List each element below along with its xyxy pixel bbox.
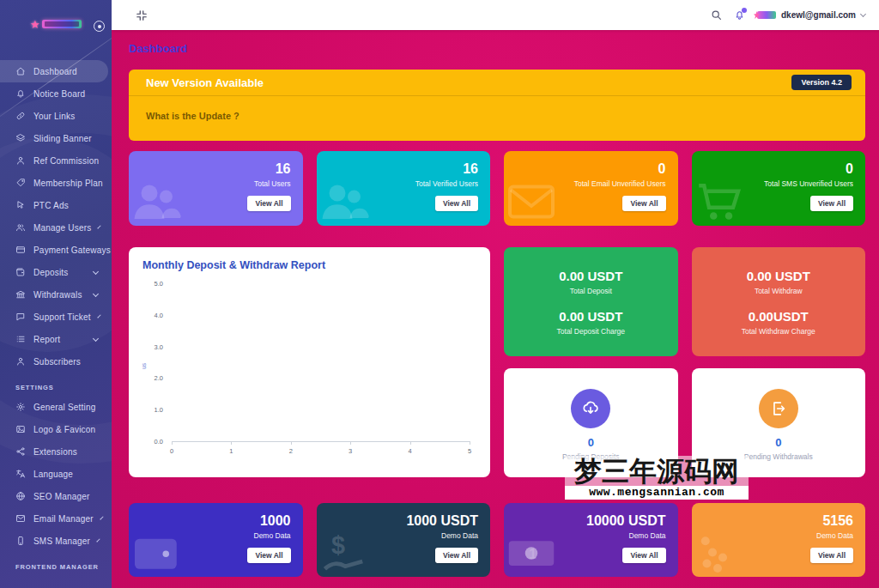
summary-label: Total Deposit Charge <box>557 327 625 336</box>
sidebar-item-logo-favicon[interactable]: Logo & Favicon <box>0 418 108 440</box>
card-value: 1000 <box>141 513 291 529</box>
x-axis-tick: 5 <box>461 447 478 455</box>
card-value: 0 <box>704 161 854 177</box>
card-label: Total Verified Users <box>329 179 479 188</box>
phone-icon <box>15 536 26 546</box>
globe-icon <box>15 491 26 501</box>
chevron-down-icon <box>97 314 100 318</box>
sidebar-item-deposits[interactable]: Deposits <box>0 261 108 283</box>
card-label: Total Users <box>141 179 291 188</box>
sidebar-item-report[interactable]: Report <box>0 328 108 350</box>
sidebar-item-ptc-ads[interactable]: PTC Ads <box>0 194 108 216</box>
wallet-icon <box>15 267 26 277</box>
demo-cards-row: 1000 Demo Data View All$ 1000 USDT Demo … <box>129 503 865 577</box>
mail-icon <box>15 513 26 524</box>
sidebar-header: ★ <box>0 0 112 48</box>
view-all-button[interactable]: View All <box>435 196 478 211</box>
card-label: Total SMS Unverified Users <box>704 179 854 188</box>
app-logo[interactable]: ★ <box>30 19 82 30</box>
x-axis-tickmark <box>470 441 470 445</box>
ads-icon <box>15 200 26 210</box>
sidebar-item-membership-plan[interactable]: Membership Plan <box>0 172 108 194</box>
new-version-alert: New Version Available Version 4.2 What i… <box>129 70 865 141</box>
card-value: 5156 <box>704 513 854 529</box>
x-axis-tickmark <box>172 441 173 445</box>
user-menu[interactable]: dkewl@gmail.com <box>757 10 865 20</box>
withdraw-summary-card: 0.00 USDT Total Withdraw 0.00USDT Total … <box>692 247 866 356</box>
y-axis-tick: 5.0 <box>142 280 163 288</box>
version-badge: Version 4.2 <box>791 75 852 90</box>
sidebar-item-label: Dashboard <box>33 67 77 76</box>
demo-1000-card: 1000 Demo Data View All <box>129 503 303 577</box>
sidebar-item-label: Manage Users <box>33 223 91 233</box>
sidebar-section-settings: SETTINGS <box>0 373 112 396</box>
chart-card: Monthly Deposit & Withdraw Report 0.01.0… <box>129 247 490 477</box>
card-value: 16 <box>329 161 479 177</box>
sidebar-section-frontend-manager: FRONTEND MANAGER <box>0 552 112 575</box>
sidebar-item-dashboard[interactable]: Dashboard <box>0 60 108 82</box>
view-all-button[interactable]: View All <box>247 196 290 211</box>
view-all-button[interactable]: View All <box>810 548 853 563</box>
demo-1000-usdt-card: $ 1000 USDT Demo Data View All <box>317 503 491 577</box>
alert-header: New Version Available Version 4.2 <box>129 70 865 96</box>
sidebar-item-label: Sliding Banner <box>33 134 92 143</box>
sidebar-item-label: Deposits <box>33 268 69 277</box>
x-axis-tick: 2 <box>282 447 300 455</box>
sidebar-item-ref-commission[interactable]: Ref Commission <box>0 149 108 172</box>
total-email-unverified-users-card: 0 Total Email Unverified Users View All <box>504 151 678 226</box>
sidebar-collapse-toggle[interactable] <box>94 21 105 32</box>
sidebar-item-extensions[interactable]: Extensions <box>0 440 108 463</box>
sidebar-item-label: Withdrawals <box>33 290 82 300</box>
chevron-down-icon <box>860 11 866 17</box>
image-icon <box>15 424 26 434</box>
x-axis-tick: 3 <box>342 447 359 455</box>
page-title: Dashboard <box>129 42 865 55</box>
sidebar-item-label: Language <box>33 470 73 479</box>
sidebar-menu: Dashboard Notice Board Your Links Slidin… <box>0 48 112 575</box>
sidebar-item-payment-gateways[interactable]: Payment Gateways <box>0 239 108 261</box>
x-axis-tickmark <box>350 441 351 445</box>
x-axis-tick: 1 <box>222 447 239 455</box>
gear-icon <box>15 402 26 412</box>
sidebar-item-your-links[interactable]: Your Links <box>0 105 108 127</box>
sidebar-item-support-ticket[interactable]: Support Ticket <box>0 306 108 328</box>
sidebar: ★ Dashboard Notice Board Your Links Slid… <box>0 0 112 588</box>
sidebar-item-label: Payment Gateways <box>33 246 111 255</box>
summary-label: Total Withdraw <box>755 287 803 295</box>
sidebar-item-manage-users[interactable]: Manage Users <box>0 216 108 239</box>
sidebar-item-withdrawals[interactable]: Withdrawals <box>0 283 108 306</box>
bell-icon <box>15 88 26 99</box>
sidebar-item-notice-board[interactable]: Notice Board <box>0 82 108 105</box>
y-axis-tick: 2.0 <box>142 374 163 382</box>
sidebar-item-general-setting[interactable]: General Setting <box>0 396 108 418</box>
watermark-text: 梦三年源码网 <box>565 456 749 486</box>
sidebar-item-language[interactable]: Language <box>0 463 108 485</box>
total-sms-unverified-users-card: 0 Total SMS Unverified Users View All <box>692 151 866 226</box>
sidebar-item-sms-manager[interactable]: SMS Manager <box>0 530 108 552</box>
view-all-button[interactable]: View All <box>622 548 665 563</box>
view-all-button[interactable]: View All <box>247 548 290 563</box>
alert-title: New Version Available <box>146 76 264 89</box>
notification-bell-icon[interactable] <box>734 9 745 21</box>
sidebar-item-label: Logo & Favicon <box>33 425 95 434</box>
summary-value: 0.00 USDT <box>559 269 622 283</box>
summary-value: 0.00USDT <box>749 309 809 324</box>
sidebar-item-subscribers[interactable]: Subscribers <box>0 350 108 373</box>
y-axis-tick: 1.0 <box>142 406 163 414</box>
summary-grid: 0.00 USDT Total Deposit 0.00 USDT Total … <box>504 247 865 477</box>
x-axis-tickmark <box>410 441 411 445</box>
sidebar-item-email-manager[interactable]: Email Manager <box>0 507 108 530</box>
view-all-button[interactable]: View All <box>622 196 665 211</box>
sidebar-item-label: Notice Board <box>33 89 85 99</box>
sidebar-item-label: SMS Manager <box>33 536 90 546</box>
view-all-button[interactable]: View All <box>435 548 478 563</box>
sidebar-item-seo-manager[interactable]: SEO Manager <box>0 485 108 507</box>
view-all-button[interactable]: View All <box>810 196 853 211</box>
summary-value: 0.00 USDT <box>559 309 622 324</box>
translate-icon <box>15 469 26 479</box>
sidebar-item-sliding-banner[interactable]: Sliding Banner <box>0 127 108 149</box>
card-label: Demo Data <box>704 531 854 540</box>
compress-icon[interactable] <box>136 9 148 21</box>
search-icon[interactable] <box>711 9 722 21</box>
sidebar-item-label: SEO Manager <box>33 492 90 501</box>
